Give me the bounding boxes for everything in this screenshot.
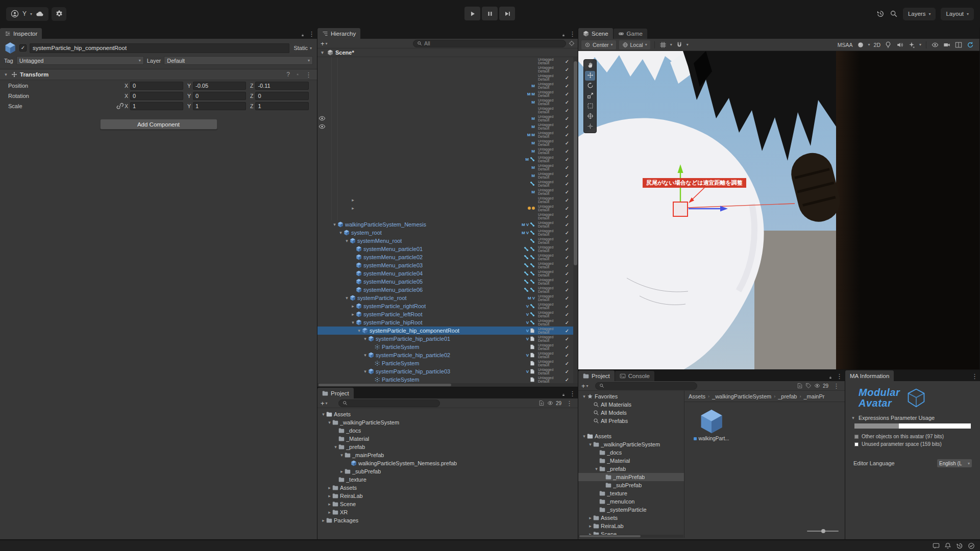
enabled-checkbox[interactable]: ✓ <box>562 353 572 358</box>
tab-hierarchy[interactable]: Hierarchy <box>317 28 360 39</box>
step-button[interactable] <box>499 7 515 20</box>
breadcrumb-segment[interactable]: _prefab <box>778 393 797 399</box>
vertical-scrollbar[interactable] <box>573 57 578 384</box>
foldout-icon[interactable]: ▸ <box>350 197 356 203</box>
enabled-checkbox[interactable]: ✓ <box>562 206 572 211</box>
hierarchy-row[interactable]: MUntaggedDefault✓ <box>317 114 578 122</box>
enabled-checkbox[interactable]: ✓ <box>562 255 572 260</box>
hierarchy-row[interactable]: MUntaggedDefault✓ <box>317 82 578 90</box>
enabled-checkbox[interactable]: ✓ <box>562 295 572 301</box>
enabled-checkbox[interactable]: ✓ <box>562 369 572 374</box>
tree-item-scene[interactable]: ▸Scene <box>317 500 578 508</box>
foldout-icon[interactable]: ▸ <box>350 206 356 211</box>
scale-tool-button[interactable] <box>585 91 595 101</box>
import-icon[interactable] <box>797 383 803 389</box>
enabled-checkbox[interactable]: ✓ <box>562 238 572 244</box>
tree-item-all-materials[interactable]: All Materials <box>578 400 684 409</box>
foldout-icon[interactable]: ▾ <box>350 320 356 325</box>
orientation-dropdown[interactable]: Local ▾ <box>619 40 650 49</box>
help-icon[interactable]: ? <box>284 69 292 80</box>
foldout-icon[interactable]: ▸ <box>327 493 332 498</box>
foldout-icon[interactable]: ▸ <box>321 518 326 523</box>
lock-icon[interactable] <box>827 374 834 381</box>
tree-item-reiralab[interactable]: ▸ReiraLab <box>317 492 578 500</box>
rotate-tool-button[interactable] <box>585 81 595 91</box>
enabled-checkbox[interactable]: ✓ <box>562 59 572 64</box>
hidden-count-icon[interactable] <box>547 400 553 406</box>
tree-item-assets[interactable]: ▾Assets <box>317 410 578 418</box>
position-y-field[interactable]: -0.05 <box>193 82 246 90</box>
layers-dropdown[interactable]: Layers ▾ <box>903 8 936 20</box>
enabled-checkbox[interactable]: ✓ <box>562 361 572 366</box>
tree-item--texture[interactable]: _texture <box>578 489 684 497</box>
foldout-icon[interactable]: ▾ <box>362 369 368 374</box>
tree-item-assets[interactable]: ▸Assets <box>578 514 684 522</box>
foldout-icon[interactable]: ▾ <box>581 394 587 399</box>
hierarchy-item[interactable]: ParticleSystemUntaggedDefault✓ <box>317 343 578 351</box>
enabled-checkbox[interactable]: ✓ <box>562 99 572 105</box>
hierarchy-item[interactable]: ▾systemParticle_hip_componentRootVUntagg… <box>317 327 578 335</box>
hierarchy-item[interactable]: ▾systemMenu_rootUntaggedDefault✓ <box>317 237 578 245</box>
enabled-checkbox[interactable]: ✓ <box>562 157 572 162</box>
tree-item--docs[interactable]: _docs <box>578 448 684 457</box>
enabled-checkbox[interactable]: ✓ <box>562 189 572 195</box>
panel-menu-icon[interactable]: ⋮ <box>969 371 980 381</box>
horizontal-scrollbar[interactable] <box>317 383 578 387</box>
component-menu-icon[interactable]: ⋮ <box>303 69 314 80</box>
enabled-checkbox[interactable]: ✓ <box>562 108 572 113</box>
lighting-toggle-icon[interactable] <box>884 41 892 49</box>
label-filter-icon[interactable] <box>805 383 812 389</box>
tab-console[interactable]: Console <box>615 371 654 381</box>
enabled-checkbox[interactable]: ✓ <box>562 91 572 97</box>
create-asset-button[interactable]: +▾ <box>581 383 589 389</box>
tree-item-walkingparticlesystem-nemesis-prefab[interactable]: walkingParticleSystem_Nemesis.prefab <box>317 459 578 467</box>
project-search-input[interactable] <box>338 399 440 407</box>
visibility-eye-icon[interactable] <box>318 123 326 130</box>
import-icon[interactable] <box>538 400 545 406</box>
enabled-checkbox[interactable]: ✓ <box>562 304 572 309</box>
rotation-y-field[interactable]: 0 <box>193 92 246 100</box>
enabled-checkbox[interactable]: ✓ <box>562 279 572 285</box>
split-view-icon[interactable] <box>954 41 963 49</box>
tree-item--prefab[interactable]: ▾_prefab <box>317 443 578 451</box>
enabled-checkbox[interactable]: ✓ <box>562 67 572 72</box>
hidden-count-icon[interactable] <box>814 383 820 389</box>
visibility-eye-icon[interactable] <box>318 115 326 122</box>
scale-z-field[interactable]: 1 <box>255 102 309 110</box>
layer-dropdown[interactable]: Default▾ <box>164 56 313 65</box>
foldout-icon[interactable]: ▸ <box>327 510 332 515</box>
hierarchy-row[interactable]: MUntaggedDefault✓ <box>317 188 578 196</box>
enabled-checkbox[interactable]: ✓ <box>562 148 572 154</box>
foldout-icon[interactable]: ▾ <box>344 238 350 243</box>
position-z-field[interactable]: -0.11 <box>255 82 309 90</box>
hierarchy-row[interactable]: MUntaggedDefault✓ <box>317 171 578 180</box>
breadcrumb-segment[interactable]: _walkingParticleSystem <box>712 393 771 399</box>
search-icon[interactable] <box>890 10 898 18</box>
shading-mode-icon[interactable] <box>856 41 865 49</box>
hierarchy-item[interactable]: ▾walkingParticleSystem_NemesisMVUntagged… <box>317 220 578 229</box>
tree-item-xr[interactable]: ▸XR <box>317 508 578 516</box>
hierarchy-item[interactable]: systemMenu_particle01UntaggedDefault✓ <box>317 245 578 253</box>
foldout-icon[interactable]: ▸ <box>339 469 345 474</box>
static-dropdown[interactable]: Static ▾ <box>292 45 313 51</box>
tree-item--prefab[interactable]: ▾_prefab <box>578 465 684 473</box>
add-component-button[interactable]: Add Component <box>100 119 217 130</box>
create-asset-button[interactable]: +▾ <box>321 400 328 407</box>
tab-scene[interactable]: Scene <box>578 28 613 39</box>
tree-item-favorites[interactable]: ▾Favorites <box>578 392 684 400</box>
foldout-icon[interactable]: ▾ <box>3 72 9 77</box>
foldout-icon[interactable]: ▾ <box>362 336 368 341</box>
hierarchy-row[interactable]: UntaggedDefault✓ <box>317 57 578 65</box>
thumbnail-zoom-slider[interactable] <box>807 529 839 534</box>
enabled-checkbox[interactable]: ✓ <box>562 246 572 252</box>
toolbar-menu-icon[interactable]: ⋮ <box>564 398 575 408</box>
grid-visibility-icon[interactable] <box>659 41 667 49</box>
move-tool-button[interactable] <box>585 71 595 81</box>
foldout-icon[interactable]: ▾ <box>320 50 325 55</box>
tree-item--docs[interactable]: _docs <box>317 427 578 435</box>
tree-item--walkingparticlesystem[interactable]: ▾_walkingParticleSystem <box>578 440 684 448</box>
notifications-icon[interactable] <box>944 542 951 549</box>
enabled-checkbox[interactable]: ✓ <box>562 140 572 146</box>
project-search-input[interactable] <box>595 382 698 390</box>
enabled-checkbox[interactable]: ✓ <box>562 287 572 293</box>
